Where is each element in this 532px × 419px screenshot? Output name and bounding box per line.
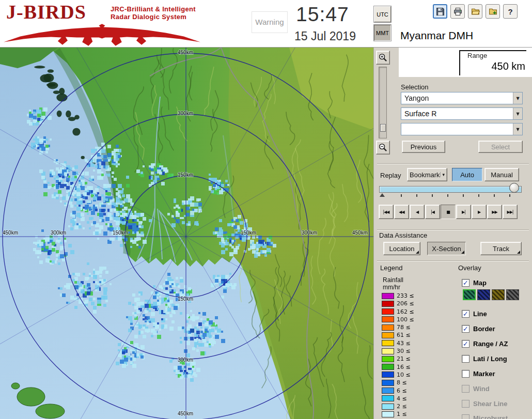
checkbox[interactable]: ✓	[462, 310, 470, 318]
skip-start-button[interactable]: |◀◀	[379, 205, 394, 219]
chevron-down-icon[interactable]: ▼	[513, 123, 522, 135]
fast-forward-button[interactable]: ▶▶	[487, 205, 502, 219]
replay-slider[interactable]	[379, 186, 522, 193]
checkbox[interactable]	[462, 370, 470, 378]
legend-color-swatch	[382, 411, 394, 417]
location-button[interactable]: Location	[383, 242, 420, 255]
legend-color-swatch	[382, 324, 394, 331]
range-ring-label: 150km	[178, 296, 193, 302]
range-ring-label: 150km	[241, 230, 256, 236]
chevron-down-icon[interactable]: ▼	[513, 92, 522, 104]
export-button[interactable]	[486, 4, 500, 19]
radar-map[interactable]: 450km300km150km150km300km450km450km300km…	[0, 48, 373, 419]
header-bar: J-BIRDS JRC-Brilliant & Intelligent Rada…	[0, 0, 532, 48]
app-logo-title: J-BIRDS	[6, 1, 86, 23]
selection-label: Selection	[401, 83, 428, 91]
range-ring-label: 300km	[178, 111, 193, 116]
skip-end-button[interactable]: ▶▶|	[503, 205, 518, 219]
slider-ticks	[379, 194, 522, 197]
track-label: Track	[493, 245, 509, 253]
overlay-item-border[interactable]: ✓Border	[462, 324, 495, 333]
range-ring-label: 150km	[178, 172, 193, 178]
zoom-slider[interactable]	[379, 67, 387, 138]
previous-button[interactable]: Previous	[402, 141, 445, 153]
print-icon	[453, 7, 462, 16]
range-ring-label: 450km	[352, 230, 368, 236]
warning-indicator: Warning	[252, 11, 288, 33]
map-style-swatch[interactable]	[463, 289, 476, 300]
legend-unit-line1: Rainfall	[383, 276, 403, 284]
chevron-down-icon[interactable]: ▼	[513, 108, 522, 119]
legend-color-swatch	[382, 380, 394, 386]
extra-select[interactable]: ▼	[401, 123, 523, 135]
step-forward-button[interactable]: ▶|	[456, 205, 471, 219]
print-button[interactable]	[450, 4, 465, 19]
zoom-in-icon	[378, 53, 388, 63]
legend-row: 100 ≤	[382, 316, 414, 323]
product-select[interactable]: Surface R ▼	[401, 107, 523, 120]
overlay-label: Overlay	[458, 264, 481, 272]
range-label: Range	[467, 52, 487, 59]
folder-open-icon	[471, 7, 480, 16]
manual-button[interactable]: Manual	[484, 168, 519, 181]
checkbox[interactable]: ✓	[462, 325, 470, 333]
overlay-item-label: Marker	[473, 370, 495, 378]
open-button[interactable]	[468, 4, 482, 19]
step-back-button[interactable]: |◀	[425, 205, 440, 219]
checkbox	[462, 400, 470, 408]
legend-value: 43 ≤	[397, 340, 411, 347]
utc-button[interactable]: UTC	[374, 6, 391, 22]
zoom-slider-thumb[interactable]	[380, 124, 386, 132]
checkbox[interactable]	[462, 355, 470, 363]
replay-slider-thumb[interactable]	[509, 183, 519, 193]
auto-button[interactable]: Auto	[452, 168, 482, 181]
range-ring-label: 150km	[113, 230, 128, 236]
map-style-swatch[interactable]	[506, 289, 519, 300]
eagle-icon	[3, 22, 204, 46]
map-style-swatch[interactable]	[477, 289, 490, 300]
overlay-item-marker[interactable]: Marker	[462, 369, 495, 378]
checkbox[interactable]: ✓	[462, 340, 470, 348]
legend-color-swatch	[382, 316, 394, 322]
stop-button[interactable]: ■	[441, 205, 456, 219]
legend-value: 8 ≤	[397, 379, 407, 386]
legend-color-swatch	[382, 364, 394, 370]
legend-color-swatch	[382, 340, 394, 346]
legend-row: 43 ≤	[382, 340, 414, 347]
zoom-in-button[interactable]	[376, 51, 390, 65]
overlay-item-lati-long[interactable]: Lati / Long	[462, 354, 507, 363]
zoom-out-button[interactable]	[376, 141, 390, 154]
save-button[interactable]	[433, 4, 447, 19]
slider-tick	[509, 194, 510, 197]
select-button[interactable]: Select	[478, 141, 523, 153]
legend-color-swatch	[382, 293, 394, 299]
legend-value: 16 ≤	[397, 364, 411, 370]
overlay-item-line[interactable]: ✓Line	[462, 309, 487, 318]
overlay-item-range-az[interactable]: ✓Range / AZ	[462, 339, 508, 348]
slider-tick	[432, 194, 433, 197]
legend-value: 1 ≤	[397, 411, 407, 417]
site-select[interactable]: Yangon ▼	[401, 92, 523, 104]
legend-label: Legend	[380, 264, 402, 272]
mmt-button[interactable]: MMT	[374, 25, 391, 41]
help-button[interactable]: ?	[503, 4, 518, 19]
range-ring-label: 450km	[178, 50, 193, 55]
bookmark-button[interactable]: Bookmark ▾	[407, 168, 447, 181]
station-title: Myanmar DMH	[400, 29, 473, 42]
range-ring-label: 450km	[178, 411, 193, 416]
x-section-label: X-Section	[432, 245, 461, 253]
replay-label: Replay	[380, 172, 401, 179]
x-section-button[interactable]: X-Section	[427, 242, 466, 255]
legend-color-swatch	[382, 404, 394, 410]
checkbox[interactable]: ✓	[462, 279, 470, 287]
overlay-item-map[interactable]: ✓Map	[462, 278, 487, 287]
control-panel: Range 450 km Selection Yangon ▼ Surface …	[373, 48, 532, 419]
rewind-button[interactable]: ◀	[410, 205, 425, 219]
legend-row: 78 ≤	[382, 324, 414, 331]
track-button[interactable]: Track	[480, 242, 522, 255]
play-button[interactable]: ▶	[472, 205, 487, 219]
fast-rewind-button[interactable]: ◀◀	[394, 205, 409, 219]
map-style-swatch[interactable]	[492, 289, 505, 300]
legend-row: 206 ≤	[382, 300, 414, 307]
overlay-item-label: Map	[473, 279, 487, 287]
